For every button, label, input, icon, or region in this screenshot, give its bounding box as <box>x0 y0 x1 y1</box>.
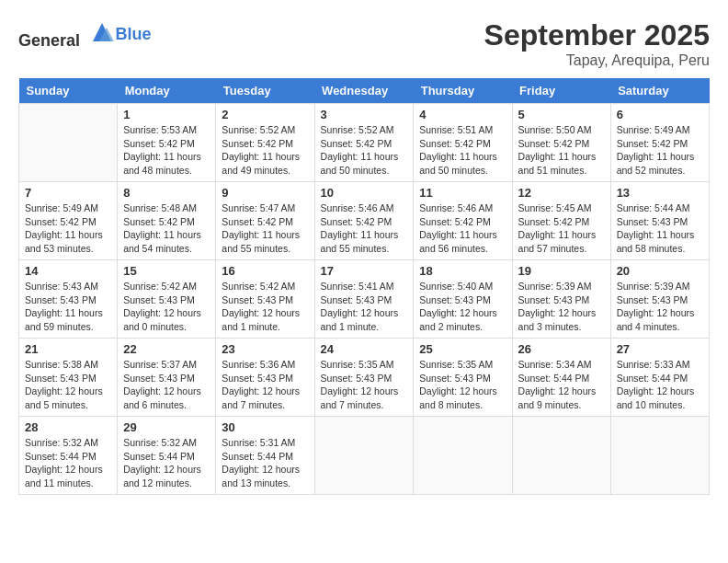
calendar-cell: 24Sunrise: 5:35 AMSunset: 5:43 PMDayligh… <box>314 339 414 417</box>
day-info: Sunrise: 5:31 AMSunset: 5:44 PMDaylight:… <box>222 436 308 490</box>
logo-text-general: General <box>18 31 80 50</box>
title-area: September 2025 Tapay, Arequipa, Peru <box>484 18 710 69</box>
day-info: Sunrise: 5:37 AMSunset: 5:43 PMDaylight:… <box>123 358 210 412</box>
day-info: Sunrise: 5:45 AMSunset: 5:42 PMDaylight:… <box>518 201 605 256</box>
day-info: Sunrise: 5:38 AMSunset: 5:43 PMDaylight:… <box>25 358 111 412</box>
day-number: 23 <box>222 342 308 356</box>
calendar-cell: 9Sunrise: 5:47 AMSunset: 5:42 PMDaylight… <box>216 182 314 260</box>
calendar-week-row: 1Sunrise: 5:53 AMSunset: 5:42 PMDaylight… <box>19 104 710 182</box>
day-number: 10 <box>321 186 408 200</box>
day-number: 4 <box>419 108 506 121</box>
day-info: Sunrise: 5:51 AMSunset: 5:42 PMDaylight:… <box>419 123 506 178</box>
calendar-cell: 14Sunrise: 5:43 AMSunset: 5:43 PMDayligh… <box>19 260 118 339</box>
calendar-cell: 8Sunrise: 5:48 AMSunset: 5:42 PMDaylight… <box>118 182 216 260</box>
month-title: September 2025 <box>484 18 710 52</box>
day-number: 29 <box>123 420 210 434</box>
day-info: Sunrise: 5:35 AMSunset: 5:43 PMDaylight:… <box>321 358 408 412</box>
calendar-cell: 27Sunrise: 5:33 AMSunset: 5:44 PMDayligh… <box>610 339 709 417</box>
calendar-cell: 18Sunrise: 5:40 AMSunset: 5:43 PMDayligh… <box>414 260 512 339</box>
calendar-cell: 26Sunrise: 5:34 AMSunset: 5:44 PMDayligh… <box>512 339 610 417</box>
calendar-cell <box>512 417 610 495</box>
calendar-cell: 7Sunrise: 5:49 AMSunset: 5:42 PMDaylight… <box>19 182 118 260</box>
day-number: 25 <box>419 342 506 356</box>
header: General Blue September 2025 Tapay, Arequ… <box>18 18 710 69</box>
day-info: Sunrise: 5:44 AMSunset: 5:43 PMDaylight:… <box>617 201 703 256</box>
day-number: 19 <box>518 264 605 278</box>
calendar-cell: 10Sunrise: 5:46 AMSunset: 5:42 PMDayligh… <box>314 182 414 260</box>
calendar-cell: 16Sunrise: 5:42 AMSunset: 5:43 PMDayligh… <box>216 260 314 339</box>
calendar-cell <box>610 417 709 495</box>
calendar-cell: 4Sunrise: 5:51 AMSunset: 5:42 PMDaylight… <box>414 104 512 182</box>
day-info: Sunrise: 5:53 AMSunset: 5:42 PMDaylight:… <box>123 123 210 178</box>
day-info: Sunrise: 5:46 AMSunset: 5:42 PMDaylight:… <box>321 201 408 256</box>
day-info: Sunrise: 5:39 AMSunset: 5:43 PMDaylight:… <box>617 280 703 334</box>
calendar-cell: 19Sunrise: 5:39 AMSunset: 5:43 PMDayligh… <box>512 260 610 339</box>
location-title: Tapay, Arequipa, Peru <box>484 52 710 69</box>
day-number: 15 <box>123 264 210 278</box>
day-number: 18 <box>419 264 506 278</box>
calendar-cell: 2Sunrise: 5:52 AMSunset: 5:42 PMDaylight… <box>216 104 314 182</box>
day-number: 13 <box>617 186 703 200</box>
calendar-day-header: Tuesday <box>216 78 314 104</box>
calendar-cell: 20Sunrise: 5:39 AMSunset: 5:43 PMDayligh… <box>610 260 709 339</box>
day-number: 21 <box>25 342 111 356</box>
calendar-cell: 21Sunrise: 5:38 AMSunset: 5:43 PMDayligh… <box>19 339 118 417</box>
day-info: Sunrise: 5:32 AMSunset: 5:44 PMDaylight:… <box>123 436 210 490</box>
day-number: 16 <box>222 264 308 278</box>
day-info: Sunrise: 5:39 AMSunset: 5:43 PMDaylight:… <box>518 280 605 334</box>
day-number: 30 <box>222 420 308 434</box>
calendar-cell: 28Sunrise: 5:32 AMSunset: 5:44 PMDayligh… <box>19 417 118 495</box>
calendar-week-row: 28Sunrise: 5:32 AMSunset: 5:44 PMDayligh… <box>19 417 710 495</box>
day-info: Sunrise: 5:42 AMSunset: 5:43 PMDaylight:… <box>222 280 308 334</box>
calendar-day-header: Thursday <box>414 78 512 104</box>
day-info: Sunrise: 5:34 AMSunset: 5:44 PMDaylight:… <box>518 358 605 412</box>
calendar-cell: 12Sunrise: 5:45 AMSunset: 5:42 PMDayligh… <box>512 182 610 260</box>
calendar-cell <box>314 417 414 495</box>
calendar-cell: 13Sunrise: 5:44 AMSunset: 5:43 PMDayligh… <box>610 182 709 260</box>
day-number: 28 <box>25 420 111 434</box>
calendar-cell: 17Sunrise: 5:41 AMSunset: 5:43 PMDayligh… <box>314 260 414 339</box>
logo: General Blue <box>18 18 152 51</box>
day-info: Sunrise: 5:43 AMSunset: 5:43 PMDaylight:… <box>25 280 111 334</box>
day-info: Sunrise: 5:52 AMSunset: 5:42 PMDaylight:… <box>222 123 308 178</box>
day-info: Sunrise: 5:52 AMSunset: 5:42 PMDaylight:… <box>321 123 408 178</box>
day-info: Sunrise: 5:40 AMSunset: 5:43 PMDaylight:… <box>419 280 506 334</box>
calendar-cell: 29Sunrise: 5:32 AMSunset: 5:44 PMDayligh… <box>118 417 216 495</box>
day-number: 20 <box>617 264 703 278</box>
day-number: 5 <box>518 108 605 121</box>
calendar-week-row: 7Sunrise: 5:49 AMSunset: 5:42 PMDaylight… <box>19 182 710 260</box>
day-number: 14 <box>25 264 111 278</box>
day-number: 26 <box>518 342 605 356</box>
calendar-week-row: 14Sunrise: 5:43 AMSunset: 5:43 PMDayligh… <box>19 260 710 339</box>
day-number: 1 <box>123 108 210 121</box>
calendar-cell: 30Sunrise: 5:31 AMSunset: 5:44 PMDayligh… <box>216 417 314 495</box>
day-info: Sunrise: 5:41 AMSunset: 5:43 PMDaylight:… <box>321 280 408 334</box>
calendar-cell <box>19 104 118 182</box>
calendar-cell: 22Sunrise: 5:37 AMSunset: 5:43 PMDayligh… <box>118 339 216 417</box>
calendar-cell: 15Sunrise: 5:42 AMSunset: 5:43 PMDayligh… <box>118 260 216 339</box>
day-number: 17 <box>321 264 408 278</box>
day-info: Sunrise: 5:48 AMSunset: 5:42 PMDaylight:… <box>123 201 210 256</box>
day-info: Sunrise: 5:33 AMSunset: 5:44 PMDaylight:… <box>617 358 703 412</box>
logo-text-blue: Blue <box>116 25 152 44</box>
calendar-header-row: SundayMondayTuesdayWednesdayThursdayFrid… <box>19 78 710 104</box>
day-number: 9 <box>222 186 308 200</box>
day-info: Sunrise: 5:46 AMSunset: 5:42 PMDaylight:… <box>419 201 506 256</box>
day-info: Sunrise: 5:42 AMSunset: 5:43 PMDaylight:… <box>123 280 210 334</box>
calendar-day-header: Sunday <box>19 78 118 104</box>
day-number: 3 <box>321 108 408 121</box>
calendar-cell: 5Sunrise: 5:50 AMSunset: 5:42 PMDaylight… <box>512 104 610 182</box>
day-info: Sunrise: 5:36 AMSunset: 5:43 PMDaylight:… <box>222 358 308 412</box>
calendar-cell: 1Sunrise: 5:53 AMSunset: 5:42 PMDaylight… <box>118 104 216 182</box>
day-info: Sunrise: 5:50 AMSunset: 5:42 PMDaylight:… <box>518 123 605 178</box>
day-number: 8 <box>123 186 210 200</box>
calendar-cell: 25Sunrise: 5:35 AMSunset: 5:43 PMDayligh… <box>414 339 512 417</box>
calendar-cell: 6Sunrise: 5:49 AMSunset: 5:42 PMDaylight… <box>610 104 709 182</box>
day-number: 11 <box>419 186 506 200</box>
day-number: 24 <box>321 342 408 356</box>
day-info: Sunrise: 5:49 AMSunset: 5:42 PMDaylight:… <box>617 123 703 178</box>
day-info: Sunrise: 5:47 AMSunset: 5:42 PMDaylight:… <box>222 201 308 256</box>
calendar-day-header: Friday <box>512 78 610 104</box>
day-number: 7 <box>25 186 111 200</box>
calendar-cell: 3Sunrise: 5:52 AMSunset: 5:42 PMDaylight… <box>314 104 414 182</box>
